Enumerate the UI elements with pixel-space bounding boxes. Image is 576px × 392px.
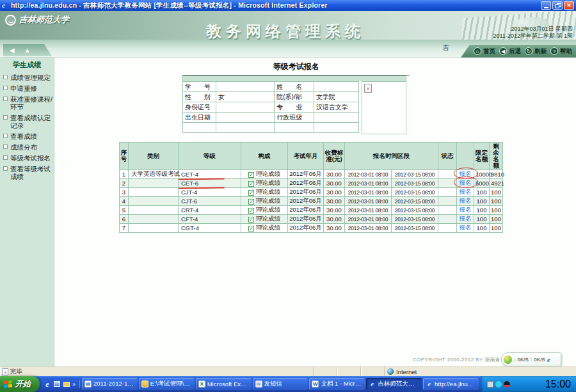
cell-level: CJT-4 — [179, 188, 241, 197]
ie-launch-icon[interactable]: e — [44, 380, 51, 388]
theory-score-checkbox[interactable]: ✓ — [248, 226, 254, 231]
close-button[interactable]: × — [564, 1, 574, 10]
theory-score-checkbox[interactable]: ✓ — [248, 190, 254, 196]
sidebar-item-8[interactable]: 查看等级考试成绩 — [3, 165, 54, 180]
taskbar-button-label: Microsoft Exce... — [207, 380, 249, 388]
exam-table-body: 1大学英语等级考试CET-4✓理论成绩2012年06月30.002012-03-… — [120, 170, 503, 233]
cell-fee: 30.00 — [324, 224, 345, 233]
status-bar: e 完毕 Internet — [0, 366, 576, 376]
browser-window: e http://ea.jlnu.edu.cn - 吉林师范大学教务网站 [学生… — [0, 0, 576, 392]
register-link[interactable]: 报名 — [460, 188, 472, 195]
keyboard-tray-icon[interactable] — [487, 381, 493, 388]
security-tray-icon[interactable] — [537, 381, 543, 388]
taskbar-button-2[interactable]: E:\考试管理\20... — [139, 378, 195, 390]
register-link[interactable]: 报名 — [460, 206, 472, 213]
cell-no: 7 — [120, 224, 129, 233]
col-quota: 限定名额 — [474, 143, 490, 170]
clock: 15:00 — [545, 379, 571, 390]
register-link[interactable]: 报名 — [460, 224, 472, 231]
theory-score-checkbox[interactable]: ✓ — [248, 181, 254, 187]
theory-score-checkbox[interactable]: ✓ — [248, 172, 254, 178]
register-link[interactable]: 报名 — [460, 197, 472, 204]
minimize-button[interactable] — [541, 1, 551, 10]
cell-no: 5 — [120, 206, 129, 215]
sidebar-item-3[interactable]: 获准重修课程/环节 — [3, 95, 54, 111]
display-tray-icon[interactable] — [529, 381, 535, 388]
mail-launch-icon[interactable] — [63, 380, 70, 388]
windows-flag-icon — [4, 380, 13, 388]
menu-square-icon — [3, 155, 8, 160]
show-desktop-icon[interactable] — [53, 380, 61, 388]
title-bar: e http://ea.jlnu.edu.cn - 吉林师范大学教务网站 [学生… — [0, 0, 576, 11]
cell-category — [129, 215, 179, 224]
taskbar-button-6[interactable]: e吉林师范大学 -... — [366, 378, 422, 390]
cell-level: CET-4 — [179, 170, 241, 179]
nav-help-button[interactable]: ?帮助 — [550, 47, 572, 56]
sidebar-item-7[interactable]: 等级考试报名 — [3, 154, 54, 162]
sidebar-item-5[interactable]: 查看成绩 — [3, 132, 54, 140]
level-text: CET-6 — [181, 180, 198, 187]
cell-category — [129, 224, 179, 233]
taskbar: 开始 e » W2011-2012-1补...E:\考试管理\20...XMic… — [0, 376, 576, 392]
register-link[interactable]: 报名 — [460, 215, 472, 222]
composition-label: 理论成绩 — [256, 188, 280, 195]
cell-no: 3 — [120, 188, 129, 197]
qq-tray-icon[interactable] — [504, 381, 510, 388]
taskbar-button-label: 发短信 — [264, 380, 283, 388]
nav-label: 刷新 — [534, 47, 547, 56]
form-label: 院(系)/部 — [275, 92, 314, 102]
quick-launch-overflow-icon[interactable]: » — [72, 381, 76, 388]
sidebar-collapse-tab[interactable]: ◀ ▲ — [3, 44, 52, 56]
cell-composition: ✓理论成绩 — [241, 206, 288, 215]
cell-composition: ✓理论成绩 — [241, 224, 288, 233]
university-logo-icon — [5, 15, 16, 26]
zone-text: Internet — [396, 368, 417, 375]
theory-score-checkbox[interactable]: ✓ — [248, 208, 254, 214]
content-area: 等级考试报名 学 号 姓 名 性 别 — [54, 58, 576, 366]
qq-pink-tray-icon[interactable] — [512, 381, 518, 388]
taskbar-button-4[interactable]: ✉发短信 — [253, 378, 308, 390]
network-speed-widget[interactable]: ↓ 0K/S ↑ 0K/S e — [501, 352, 561, 366]
theory-score-checkbox[interactable]: ✓ — [248, 199, 254, 205]
cell-category — [129, 197, 179, 206]
form-row: 学 号 姓 名 — [183, 82, 359, 92]
nav-back-button[interactable]: ◀后退 — [499, 47, 521, 56]
sidebar-item-4[interactable]: 查看成绩认定记录 — [3, 114, 54, 129]
globe-icon — [387, 368, 394, 375]
collapse-up-icon[interactable]: ▲ — [24, 47, 31, 54]
form-row — [183, 123, 359, 133]
col-status: 状态 — [438, 143, 457, 170]
nav-home-button[interactable]: ⌂首页 — [474, 47, 495, 56]
sidebar: 学生成绩 成绩管理规定申请重修获准重修课程/环节查看成绩认定记录查看成绩成绩分布… — [0, 58, 54, 366]
theory-score-checkbox[interactable]: ✓ — [248, 217, 254, 223]
taskbar-button-7[interactable]: ehttp://ea.jlnu... — [423, 378, 479, 390]
col-period: 报名时间区段 — [345, 143, 438, 170]
taskbar-button-5[interactable]: W文档 1 - Micro... — [309, 378, 365, 390]
birthdate-value — [216, 113, 274, 123]
network-tray-icon[interactable] — [520, 381, 527, 388]
col-remaining: 剩余名额 — [490, 143, 503, 170]
sidebar-item-label: 成绩分布 — [10, 143, 37, 151]
exam-row-2: 2CET-6✓理论成绩2012年06月30.002012-03-01 08:00… — [120, 179, 503, 188]
cell-level: CRT-4 — [179, 206, 241, 215]
taskbar-buttons: W2011-2012-1补...E:\考试管理\20...XMicrosoft … — [80, 378, 481, 390]
sidebar-item-6[interactable]: 成绩分布 — [3, 143, 54, 151]
exam-row-1: 1大学英语等级考试CET-4✓理论成绩2012年06月30.002012-03-… — [120, 170, 503, 179]
messenger-tray-icon[interactable] — [495, 381, 502, 388]
sidebar-item-1[interactable]: 成绩管理规定 — [3, 74, 54, 81]
nav-refresh-button[interactable]: ↻刷新 — [525, 47, 547, 56]
broken-image-icon: × — [364, 84, 372, 93]
cell-register: 报名 — [457, 188, 474, 197]
register-link[interactable]: 报名 — [460, 179, 472, 186]
exam-table: 序号 类别 等级 构成 考试年月 收费标准(元) 报名时间区段 状态 限定名额 … — [119, 142, 503, 233]
collapse-left-icon[interactable]: ◀ — [10, 47, 15, 54]
start-button[interactable]: 开始 — [0, 376, 40, 392]
cell-remaining: 100 — [490, 188, 503, 197]
date-info: 2012年03月01日 星期四 2011-2012学年第二学期 第 1周 — [493, 26, 573, 39]
taskbar-button-1[interactable]: W2011-2012-1补... — [82, 378, 138, 390]
restore-button[interactable] — [552, 1, 563, 10]
cell-no: 6 — [120, 215, 129, 224]
cell-period-end: 2012-03-15 08:00 — [392, 224, 438, 233]
taskbar-button-3[interactable]: XMicrosoft Exce... — [196, 378, 252, 390]
sidebar-item-2[interactable]: 申请重修 — [3, 84, 54, 92]
